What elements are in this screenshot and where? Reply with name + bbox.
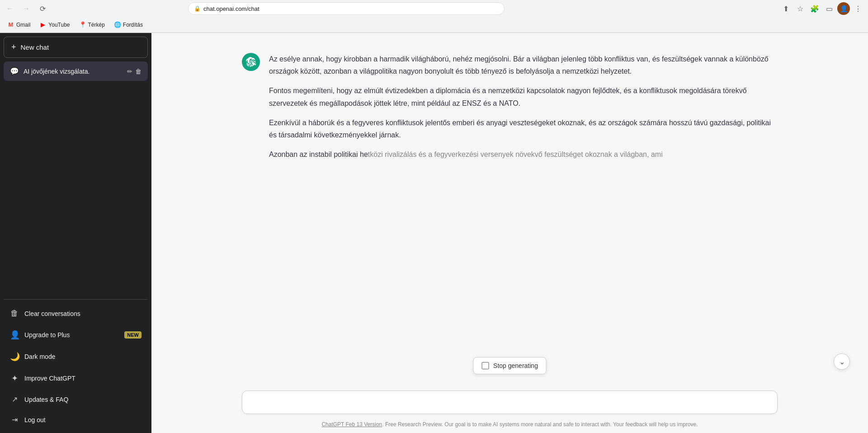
gmail-favicon: M xyxy=(7,21,14,28)
url-text: chat.openai.com/chat xyxy=(203,5,259,12)
paragraph-4-partial: Azonban az instabil politikai hetközi ri… xyxy=(269,148,778,160)
forward-button[interactable]: → xyxy=(20,2,33,15)
footer-link[interactable]: ChatGPT Feb 13 Version xyxy=(321,421,382,428)
sidebar-bottom: 🗑 Clear conversations 👤 Upgrade to Plus … xyxy=(4,299,148,429)
footer-text: . Free Research Preview. Our goal is to … xyxy=(382,421,698,428)
gmail-label: Gmail xyxy=(16,22,30,28)
chat-item-ai[interactable]: 💬 AI jövőjének vizsgálata. ✏ 🗑 xyxy=(4,61,148,81)
translate-favicon: 🌐 xyxy=(114,21,121,28)
clear-conversations-item[interactable]: 🗑 Clear conversations xyxy=(4,303,148,324)
chat-item-actions: ✏ 🗑 xyxy=(127,68,142,75)
youtube-label: YouTube xyxy=(48,22,70,28)
reload-button[interactable]: ⟳ xyxy=(36,2,49,15)
extensions-button[interactable]: 🧩 xyxy=(808,2,821,15)
edit-icon[interactable]: ✏ xyxy=(127,68,132,75)
input-box[interactable] xyxy=(242,391,778,414)
bookmark-maps[interactable]: 📍 Térkép xyxy=(75,19,108,30)
scroll-bottom-button[interactable]: ⌄ xyxy=(834,353,850,370)
new-chat-label: New chat xyxy=(21,43,49,51)
paragraph-3: Ezenkívül a háborúk és a fegyveres konfl… xyxy=(269,117,778,141)
split-screen-button[interactable]: ▭ xyxy=(823,2,835,15)
assistant-message: Az esélye annak, hogy kirobban a harmadi… xyxy=(151,42,868,171)
logout-label: Log out xyxy=(24,416,46,424)
chat-input[interactable] xyxy=(250,398,770,407)
lock-icon: 🔒 xyxy=(194,5,201,12)
dark-mode-label: Dark mode xyxy=(24,353,55,360)
footer: ChatGPT Feb 13 Version. Free Research Pr… xyxy=(151,418,868,433)
logout-item[interactable]: ⇥ Log out xyxy=(4,410,148,429)
bookmark-gmail[interactable]: M Gmail xyxy=(4,19,34,30)
logout-icon: ⇥ xyxy=(10,415,19,424)
app-container: + New chat 💬 AI jövőjének vizsgálata. ✏ … xyxy=(0,33,868,433)
clear-conversations-label: Clear conversations xyxy=(24,310,80,317)
partial-suffix: tközi rivalizálás és a fegyverkezési ver… xyxy=(368,151,663,158)
menu-button[interactable]: ⋮ xyxy=(852,2,864,15)
youtube-favicon: ▶ xyxy=(39,21,47,28)
message-text: Az esélye annak, hogy kirobban a harmadi… xyxy=(269,53,778,160)
stop-generating-label: Stop generating xyxy=(493,362,538,369)
paragraph-2: Fontos megemlíteni, hogy az elmúlt évtiz… xyxy=(269,85,778,109)
stop-icon xyxy=(481,362,489,369)
back-button[interactable]: ← xyxy=(4,2,16,15)
translate-label: Fordítás xyxy=(123,22,143,28)
main-content: Az esélye annak, hogy kirobban a harmadi… xyxy=(151,33,868,433)
bookmark-button[interactable]: ☆ xyxy=(794,2,807,15)
chevron-down-icon: ⌄ xyxy=(839,358,845,366)
bookmark-translate[interactable]: 🌐 Fordítás xyxy=(110,19,146,30)
star-icon: ✦ xyxy=(10,373,19,383)
upgrade-to-plus-item[interactable]: 👤 Upgrade to Plus NEW xyxy=(4,325,148,345)
plus-icon: + xyxy=(11,42,16,52)
maps-label: Térkép xyxy=(88,22,105,28)
browser-titlebar: ← → ⟳ 🔒 chat.openai.com/chat ⬆ ☆ 🧩 ▭ 👤 ⋮ xyxy=(0,0,868,17)
user-icon: 👤 xyxy=(10,330,19,340)
delete-icon[interactable]: 🗑 xyxy=(135,68,142,75)
external-link-icon: ↗ xyxy=(10,395,19,404)
maps-favicon: 📍 xyxy=(79,21,86,28)
bookmark-youtube[interactable]: ▶ YouTube xyxy=(36,19,73,30)
chat-item-label: AI jövőjének vizsgálata. xyxy=(24,68,123,75)
moon-icon: 🌙 xyxy=(10,352,19,362)
upgrade-label: Upgrade to Plus xyxy=(24,331,70,339)
new-chat-button[interactable]: + New chat xyxy=(4,37,148,58)
input-area xyxy=(151,383,868,418)
updates-faq-item[interactable]: ↗ Updates & FAQ xyxy=(4,390,148,409)
share-button[interactable]: ⬆ xyxy=(779,2,792,15)
messages-container[interactable]: Az esélye annak, hogy kirobban a harmadi… xyxy=(151,33,868,383)
improve-chatgpt-item[interactable]: ✦ Improve ChatGPT xyxy=(4,368,148,389)
chat-icon: 💬 xyxy=(10,67,19,75)
sidebar-spacer xyxy=(4,83,148,296)
stop-generating-button[interactable]: Stop generating xyxy=(473,357,547,374)
updates-label: Updates & FAQ xyxy=(24,396,68,403)
sidebar: + New chat 💬 AI jövőjének vizsgálata. ✏ … xyxy=(0,33,151,433)
chatgpt-avatar-icon xyxy=(242,53,260,71)
paragraph-1: Az esélye annak, hogy kirobban a harmadi… xyxy=(269,53,778,77)
bookmarks-bar: M Gmail ▶ YouTube 📍 Térkép 🌐 Fordítás xyxy=(0,17,868,33)
address-bar[interactable]: 🔒 chat.openai.com/chat xyxy=(188,2,505,15)
browser-actions: ⬆ ☆ 🧩 ▭ 👤 ⋮ xyxy=(779,2,864,15)
assistant-avatar xyxy=(242,53,260,71)
new-badge: NEW xyxy=(124,331,142,339)
browser-chrome: ← → ⟳ 🔒 chat.openai.com/chat ⬆ ☆ 🧩 ▭ 👤 ⋮… xyxy=(0,0,868,33)
stop-generating-container: Stop generating xyxy=(473,357,547,374)
improve-label: Improve ChatGPT xyxy=(24,375,75,382)
trash-icon: 🗑 xyxy=(10,309,19,318)
dark-mode-item[interactable]: 🌙 Dark mode xyxy=(4,346,148,367)
user-avatar[interactable]: 👤 xyxy=(837,2,850,15)
